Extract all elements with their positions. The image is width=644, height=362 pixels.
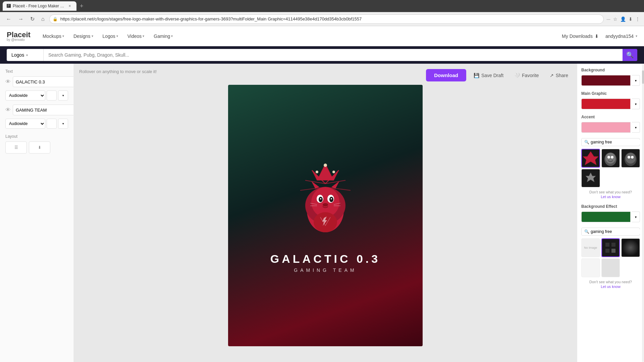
download-button[interactable]: Download <box>426 69 466 81</box>
let-know-link-2[interactable]: Let us know <box>581 285 640 289</box>
nav-item-videos[interactable]: Videos ▾ <box>123 32 149 41</box>
tab-bar: 🅿 Placeit - Free Logo Maker with... × + <box>0 0 644 12</box>
bg-effect-item-4[interactable] <box>581 258 600 277</box>
tab-title: Placeit - Free Logo Maker with... <box>13 4 65 8</box>
background-color-dropdown[interactable]: ▾ <box>632 75 640 86</box>
address-input[interactable] <box>49 14 604 24</box>
search-button[interactable]: 🔍 <box>623 49 637 61</box>
svg-point-1 <box>324 164 327 167</box>
user-menu-btn[interactable]: andyydna154 ▾ <box>605 34 637 39</box>
right-sidebar-scrollbar[interactable] <box>642 64 644 362</box>
font1-select[interactable]: Audiowide <box>5 90 45 101</box>
no-image-item[interactable]: No Image <box>581 238 600 257</box>
eye-btn-2[interactable]: 👁 <box>5 107 11 113</box>
svg-rect-43 <box>622 239 639 256</box>
main-layout: Text 👁 Audiowide ▾ 👁 <box>0 64 644 362</box>
bookmark-btn[interactable]: ☆ <box>613 16 618 22</box>
text1-field[interactable] <box>13 76 74 87</box>
bg-effect-search-input[interactable] <box>591 229 641 234</box>
top-nav: Placeit by @envato Mockups ▾ Designs ▾ L… <box>0 26 644 46</box>
bg-effect-item-5[interactable] <box>601 258 620 277</box>
text2-field[interactable] <box>13 105 74 115</box>
nav-item-mockups[interactable]: Mockups ▾ <box>39 32 68 41</box>
svg-point-19 <box>323 203 328 206</box>
canvas-wrapper[interactable]: GALACTIC 0.3 GAMING TEAM <box>228 85 423 346</box>
font1-style-btn[interactable] <box>47 90 57 101</box>
address-wrapper: 🔒 <box>49 14 604 24</box>
save-draft-icon: 💾 <box>474 73 479 78</box>
graphic-item-2[interactable] <box>601 149 620 168</box>
graphic-grid <box>581 149 640 187</box>
extensions-btn[interactable]: ··· <box>606 16 610 22</box>
canvas-hint: Rollover on anything to move or scale it… <box>79 69 157 74</box>
svg-point-3 <box>332 171 335 173</box>
accent-color-swatch[interactable] <box>581 122 631 133</box>
share-button[interactable]: ↗ Share <box>546 71 572 80</box>
font2-style-btn[interactable] <box>47 119 57 129</box>
bg-effect-grid: No Image <box>581 238 640 277</box>
search-input[interactable] <box>44 49 623 61</box>
main-graphic-color-swatch[interactable] <box>581 99 631 109</box>
font2-size-btn[interactable]: ▾ <box>58 119 68 129</box>
graphic-search-row: 🔍 <box>581 138 640 146</box>
forward-btn[interactable]: → <box>16 15 25 23</box>
text2-row: 👁 <box>5 105 68 115</box>
let-know-link-1[interactable]: Let us know <box>581 195 640 199</box>
main-graphic-color-dropdown[interactable]: ▾ <box>632 99 640 109</box>
search-category-btn[interactable]: Logos ▾ <box>7 49 44 61</box>
chevron-icon: ▾ <box>171 34 173 38</box>
accent-section: Accent ▾ <box>581 115 640 133</box>
scrollbar-thumb[interactable] <box>642 70 644 84</box>
main-graphic-section: Main Graphic ▾ <box>581 91 640 109</box>
user-chevron-icon: ▾ <box>636 34 637 38</box>
svg-point-30 <box>607 156 610 159</box>
home-btn[interactable]: ⌂ <box>39 15 47 23</box>
font2-row: Audiowide ▾ <box>5 119 68 129</box>
bg-effect-item-3[interactable] <box>621 238 640 257</box>
logo[interactable]: Placeit by @envato <box>7 31 31 42</box>
accent-color-dropdown[interactable]: ▾ <box>632 122 640 133</box>
save-draft-button[interactable]: 💾 Save Draft <box>470 71 507 80</box>
layout-btn-1[interactable]: ☰ <box>5 141 27 154</box>
tab-close-btn[interactable]: × <box>67 3 72 9</box>
lion-graphic <box>288 159 362 246</box>
graphic-search-input[interactable] <box>591 140 641 144</box>
nav-item-logos[interactable]: Logos ▾ <box>99 32 122 41</box>
font2-select[interactable]: Audiowide <box>5 119 45 129</box>
svg-point-35 <box>631 156 634 159</box>
menu-btn[interactable]: ⋮ <box>635 16 640 22</box>
game-subtitle: GAMING TEAM <box>294 267 357 273</box>
graphic-item-3[interactable] <box>621 149 640 168</box>
downloads-btn[interactable]: ⬇ <box>629 16 633 22</box>
svg-rect-40 <box>605 249 609 253</box>
search-icon: 🔍 <box>626 51 634 59</box>
new-tab-btn[interactable]: + <box>78 2 86 10</box>
font1-size-btn[interactable]: ▾ <box>58 90 68 101</box>
svg-rect-37 <box>602 239 619 256</box>
chevron-icon: ▾ <box>116 34 118 38</box>
nav-item-designs[interactable]: Designs ▾ <box>69 32 97 41</box>
nav-item-gaming[interactable]: Gaming ▾ <box>150 32 177 41</box>
favorite-button[interactable]: 🤍 Favorite <box>511 71 542 80</box>
app: Placeit by @envato Mockups ▾ Designs ▾ L… <box>0 26 644 362</box>
eye-btn-1[interactable]: 👁 <box>5 79 11 85</box>
graphic-item-1[interactable] <box>581 149 600 168</box>
text-section: Text 👁 Audiowide ▾ 👁 <box>5 69 68 129</box>
dont-see-text-1: Don't see what you need? <box>581 190 640 194</box>
back-btn[interactable]: ← <box>4 15 13 23</box>
profile-btn[interactable]: 👤 <box>620 16 626 22</box>
my-downloads-btn[interactable]: My Downloads ⬇ <box>562 34 599 39</box>
bg-effect-color-row: ▾ <box>581 212 640 222</box>
bg-effect-color-swatch[interactable] <box>581 212 631 222</box>
font1-row: Audiowide ▾ <box>5 90 68 101</box>
bg-effect-color-dropdown[interactable]: ▾ <box>632 212 640 222</box>
browser-tab[interactable]: 🅿 Placeit - Free Logo Maker with... × <box>3 1 76 11</box>
layout-options: ☰ ⬇ <box>5 141 68 154</box>
svg-point-17 <box>320 198 321 199</box>
bg-effect-item-2[interactable] <box>601 238 620 257</box>
reload-btn[interactable]: ↻ <box>28 14 37 23</box>
background-color-swatch[interactable] <box>581 75 631 86</box>
graphic-item-4[interactable] <box>581 169 600 188</box>
share-icon: ↗ <box>550 73 554 78</box>
layout-btn-2[interactable]: ⬇ <box>29 141 50 154</box>
